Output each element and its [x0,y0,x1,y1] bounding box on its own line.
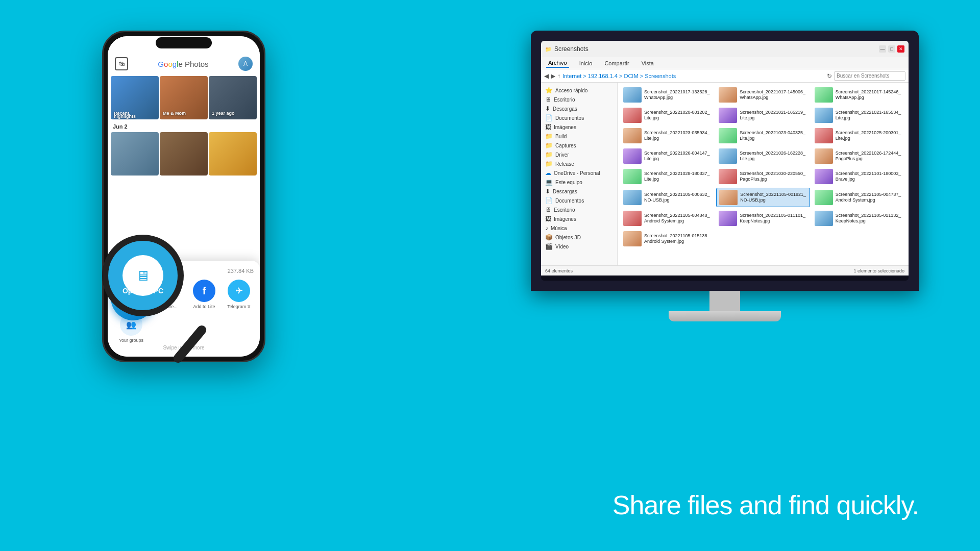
file-item[interactable]: Screenshot_20221023-040325_Lite.jpg [716,127,810,145]
file-name: Screenshot_20221026-172444_PagoPlus.jpg [836,151,903,162]
sidebar-label-onedrive: OneDrive - Personal [554,170,600,176]
file-item[interactable]: Screenshot_20221020-001202_Lite.jpg [621,106,714,124]
file-name: Screenshot_20221101-180003_Brave.jpg [836,171,903,182]
sidebar-item-descargas2[interactable]: ⬇ Descargas [541,187,617,196]
status-count: 64 elementos [545,268,573,273]
minimize-button[interactable]: — [879,45,886,53]
photo-thumb-3[interactable] [209,132,257,176]
sidebar-item-release[interactable]: 📁 Release [541,159,617,168]
file-thumbnail [719,87,737,103]
sidebar-label-imagenes2: Imágenes [554,216,576,222]
open-pc-magnified-label: Open on PC [122,287,163,295]
refresh-button[interactable]: ↻ [827,72,832,80]
forward-button[interactable]: ▶ [551,72,555,80]
monitor-neck [709,291,740,311]
photo-thumb-2[interactable] [160,132,208,176]
explorer-ribbon: Archivo Inicio Compartir Vista [541,57,909,69]
sidebar-label-descargas: Descargas [553,106,577,112]
file-name: Screenshot_20221105-004848_Android Syste… [644,213,712,224]
file-item[interactable]: Screenshot_20221028-180337_Lite.jpg [621,167,714,186]
file-item[interactable]: Screenshot_20221105-004737_Android Syste… [812,188,905,207]
share-label-tg: Telegram X [226,304,252,309]
file-item[interactable]: Screenshot_20221105-011101_KeepNotes.jpg [716,209,810,228]
file-name: Screenshot_20221021-165534_Lite.jpg [836,110,903,121]
sidebar-item-acceso-rapido[interactable]: ⭐ Acceso rápido [541,86,617,95]
user-avatar[interactable]: A [238,57,253,71]
file-item[interactable]: Screenshot_20221026-172444_PagoPlus.jpg [812,147,905,165]
me-mom-label: Me & Mom [163,111,186,116]
file-item[interactable]: Screenshot_20221025-200301_Lite.jpg [812,127,905,145]
sidebar-item-documentos[interactable]: 📄 Documentos [541,113,617,122]
recent-highlights-thumb[interactable]: Recent highlights [111,76,159,119]
up-button[interactable]: ↑ [557,72,560,80]
file-thumbnail [815,148,833,164]
sidebar-label-este-equipo: Este equipo [555,180,582,185]
ribbon-tab-compartir[interactable]: Compartir [602,59,631,67]
file-thumbnail [719,211,737,226]
file-item[interactable]: Screenshot_20221017-145246_WhatsApp.jpg [812,86,905,104]
sidebar-item-driver[interactable]: 📁 Driver [541,150,617,159]
file-thumbnail [815,169,833,184]
sidebar-label-escritorio: Escritorio [554,97,575,103]
magnifier-lens: 🖥 Open on PC [102,235,184,316]
one-year-ago-label: 1 year ago [212,111,235,116]
file-item[interactable]: Screenshot_20221105-015138_Android Syste… [621,230,714,248]
file-name: Screenshot_20221026-004147_Lite.jpg [644,151,712,162]
file-thumbnail [815,190,833,205]
sidebar-item-imagenes2[interactable]: 🖼 Imágenes [541,214,617,223]
file-item[interactable]: Screenshot_20221101-180003_Brave.jpg [812,167,905,186]
file-item[interactable]: Screenshot_20221021-165219_Lite.jpg [716,106,810,124]
monitor-base [669,311,781,321]
sidebar-item-descargas[interactable]: ⬇ Descargas [541,104,617,113]
file-item[interactable]: Screenshot_20221026-162228_Lite.jpg [716,147,810,165]
close-button[interactable]: ✕ [897,45,904,53]
computer-icon: 💻 [545,179,553,186]
one-year-ago-thumb[interactable]: 1 year ago [209,76,257,119]
sidebar-label-acceso-rapido: Acceso rápido [555,88,587,93]
maximize-button[interactable]: □ [888,45,895,53]
file-item[interactable]: Screenshot_20221105-000632_NO-USB.jpg [621,188,714,207]
sidebar-item-onedrive[interactable]: ☁ OneDrive - Personal [541,168,617,178]
driver-folder-icon: 📁 [545,151,553,158]
file-item[interactable]: Screenshot_20221105-011132_KeepNotes.jpg [812,209,905,228]
explorer-sidebar: ⭐ Acceso rápido 🖥 Escritorio ⬇ Descargas… [541,83,618,265]
sidebar-item-imagenes[interactable]: 🖼 Imágenes [541,122,617,132]
sidebar-item-build[interactable]: 📁 Build [541,132,617,141]
sidebar-item-musica[interactable]: ♪ Música [541,223,617,233]
docs2-icon: 📄 [545,197,553,204]
download-icon: ⬇ [545,105,550,112]
back-button[interactable]: ◀ [544,72,549,80]
file-item[interactable]: Screenshot_20221026-004147_Lite.jpg [621,147,714,165]
headline-text: Share files and find quickly. [612,490,919,520]
file-item[interactable]: Screenshot_20221105-004848_Android Syste… [621,209,714,228]
ribbon-tab-inicio[interactable]: Inicio [577,59,595,67]
sidebar-item-este-equipo[interactable]: 💻 Este equipo [541,178,617,187]
magnifier: 🖥 Open on PC [102,235,214,347]
sidebar-item-escritorio2[interactable]: 🖥 Escritorio [541,205,617,214]
ribbon-tab-vista[interactable]: Vista [640,59,656,67]
file-item[interactable]: Screenshot_20221023-035934_Lite.jpg [621,127,714,145]
images2-icon: 🖼 [545,215,551,222]
file-item[interactable]: Screenshot_20221017-145006_WhatsApp.jpg [716,86,810,104]
search-input[interactable] [834,71,905,81]
share-icon-tg[interactable]: ✈ Telegram X [226,280,252,309]
address-path[interactable]: Internet > 192.168.1.4 > DCIM > Screensh… [562,73,825,79]
file-item[interactable]: Screenshot_20221021-165534_Lite.jpg [812,106,905,124]
file-item[interactable]: Screenshot_20221030-220550_PagoPlus.jpg [716,167,810,186]
sidebar-item-escritorio[interactable]: 🖥 Escritorio [541,95,617,104]
ribbon-tab-archivo[interactable]: Archivo [546,59,569,68]
sidebar-item-captures[interactable]: 📁 Captures [541,141,617,150]
photo-grid-row1: Recent highlights Me & Mom 1 year ago [108,75,260,120]
sidebar-item-video[interactable]: 🎬 Vídeo [541,242,617,251]
sidebar-item-objetos3d[interactable]: 📦 Objetos 3D [541,233,617,242]
sidebar-item-documentos2[interactable]: 📄 Documentos [541,196,617,205]
phone-notch [156,37,212,48]
me-mom-thumb[interactable]: Me & Mom [160,76,208,119]
file-name: Screenshot_20221017-133528_WhatsApp.jpg [644,89,712,101]
file-item[interactable]: Screenshot_20221105-001821_NO-USB.jpg [716,188,810,207]
pc-icon: 🖥 [136,267,150,284]
cloud-icon: ☁ [545,169,551,177]
file-item[interactable]: Screenshot_20221017-133528_WhatsApp.jpg [621,86,714,104]
sidebar-label-captures: Captures [555,143,576,148]
photo-thumb-1[interactable] [111,132,159,176]
